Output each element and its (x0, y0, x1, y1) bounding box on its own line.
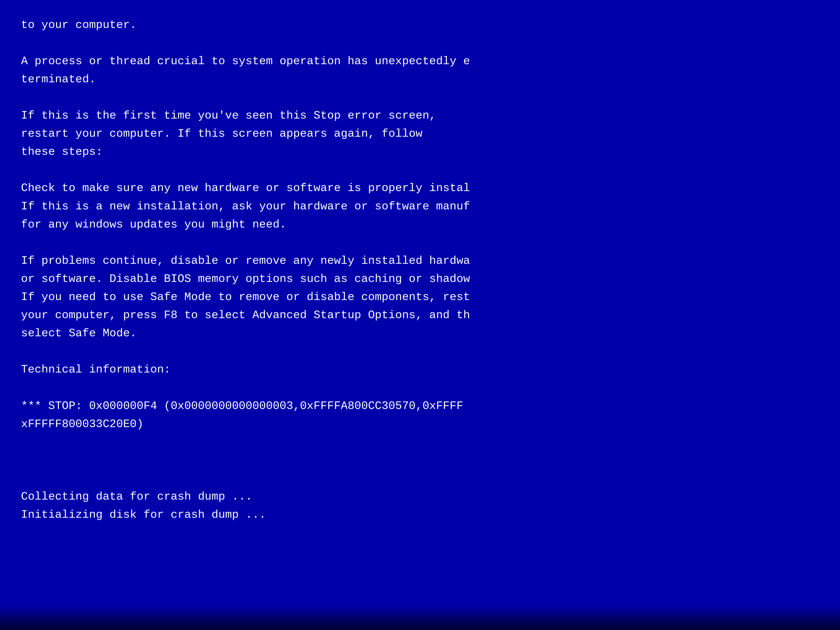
bsod-screen: to your computer. A process or thread cr… (0, 0, 840, 630)
bsod-text-content: to your computer. A process or thread cr… (21, 16, 819, 524)
